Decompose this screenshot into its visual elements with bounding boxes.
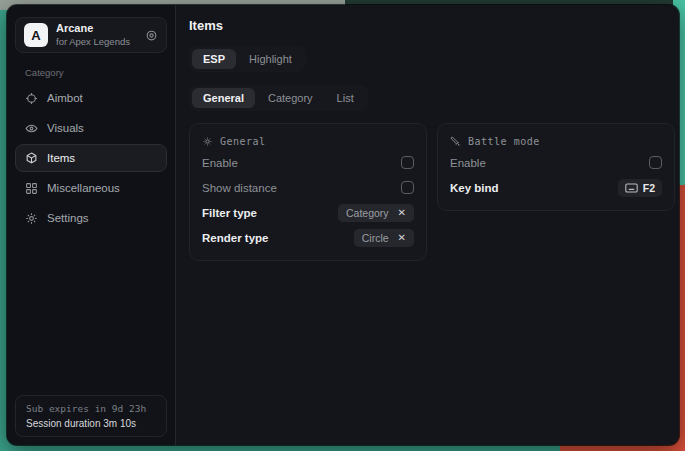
sidebar-section-label: Category (25, 67, 175, 78)
setting-row-render-type: Render type Circle ✕ (202, 225, 414, 250)
crosshair-icon (25, 92, 38, 105)
setting-label: Enable (450, 157, 486, 169)
general-panel: General Enable Show distance Filter type… (189, 123, 427, 261)
setting-label: Key bind (450, 182, 499, 194)
setting-row-show-distance: Show distance (202, 175, 414, 200)
battle-enable-checkbox[interactable] (649, 156, 662, 169)
sword-icon (450, 136, 461, 147)
filter-type-value: Category (346, 207, 389, 219)
main-content: Items ESP Highlight General Category Lis… (176, 5, 679, 445)
filter-type-select[interactable]: Category ✕ (338, 204, 414, 222)
setting-label: Render type (202, 232, 268, 244)
show-distance-checkbox[interactable] (401, 181, 414, 194)
sidebar-item-settings[interactable]: Settings (15, 204, 167, 232)
keyboard-icon (625, 183, 638, 193)
setting-row-battle-enable: Enable (450, 150, 662, 175)
battle-mode-panel-title: Battle mode (468, 136, 540, 147)
key-bind-value: F2 (643, 182, 655, 194)
gear-icon (25, 212, 38, 225)
sidebar-item-label: Miscellaneous (47, 182, 120, 194)
sidebar-item-aimbot[interactable]: Aimbot (15, 84, 167, 112)
brand-subtitle: for Apex Legends (56, 36, 130, 47)
sidebar-item-label: Items (47, 152, 75, 164)
brand-logo: A (24, 23, 48, 47)
render-type-value: Circle (362, 232, 389, 244)
setting-label: Filter type (202, 207, 257, 219)
sidebar-item-visuals[interactable]: Visuals (15, 114, 167, 142)
tab-category[interactable]: Category (257, 88, 324, 108)
panels-row: General Enable Show distance Filter type… (189, 123, 675, 261)
brand-text: Arcane for Apex Legends (56, 22, 130, 48)
sub-expires-text: Sub expires in 9d 23h (26, 403, 156, 414)
general-panel-header: General (202, 132, 414, 150)
close-icon[interactable]: ✕ (398, 233, 406, 243)
tab-highlight[interactable]: Highlight (238, 49, 303, 69)
grid-icon (25, 182, 38, 195)
setting-label: Show distance (202, 182, 277, 194)
sidebar-item-label: Settings (47, 212, 89, 224)
target-icon[interactable] (145, 29, 158, 42)
view-tabbar: General Category List (189, 85, 368, 111)
sidebar-item-label: Visuals (47, 122, 84, 134)
general-panel-title: General (220, 136, 266, 147)
setting-row-enable: Enable (202, 150, 414, 175)
sidebar-item-miscellaneous[interactable]: Miscellaneous (15, 174, 167, 202)
sidebar-item-items[interactable]: Items (15, 144, 167, 172)
setting-row-filter-type: Filter type Category ✕ (202, 200, 414, 225)
eye-icon (25, 122, 38, 135)
setting-label: Enable (202, 157, 238, 169)
battle-mode-panel: Battle mode Enable Key bind (437, 123, 675, 211)
sidebar: A Arcane for Apex Legends Category (7, 5, 176, 445)
tab-esp[interactable]: ESP (192, 49, 236, 69)
package-icon (25, 152, 38, 165)
enable-checkbox[interactable] (401, 156, 414, 169)
brand-card: A Arcane for Apex Legends (15, 17, 167, 53)
app-window: A Arcane for Apex Legends Category (7, 5, 679, 445)
sidebar-nav: Aimbot Visuals Items (7, 84, 175, 232)
tab-general[interactable]: General (192, 88, 255, 108)
setting-row-key-bind: Key bind F2 (450, 175, 662, 200)
sidebar-item-label: Aimbot (47, 92, 83, 104)
battle-mode-panel-header: Battle mode (450, 132, 662, 150)
render-type-select[interactable]: Circle ✕ (354, 229, 414, 247)
session-duration-text: Session duration 3m 10s (26, 418, 156, 429)
key-bind-button[interactable]: F2 (618, 179, 662, 197)
tab-list[interactable]: List (326, 88, 365, 108)
sun-icon (202, 136, 213, 147)
subscription-info-card: Sub expires in 9d 23h Session duration 3… (15, 395, 167, 437)
brand-title: Arcane (56, 22, 130, 35)
mode-tabbar: ESP Highlight (189, 46, 306, 72)
page-title: Items (189, 18, 675, 33)
close-icon[interactable]: ✕ (398, 208, 406, 218)
